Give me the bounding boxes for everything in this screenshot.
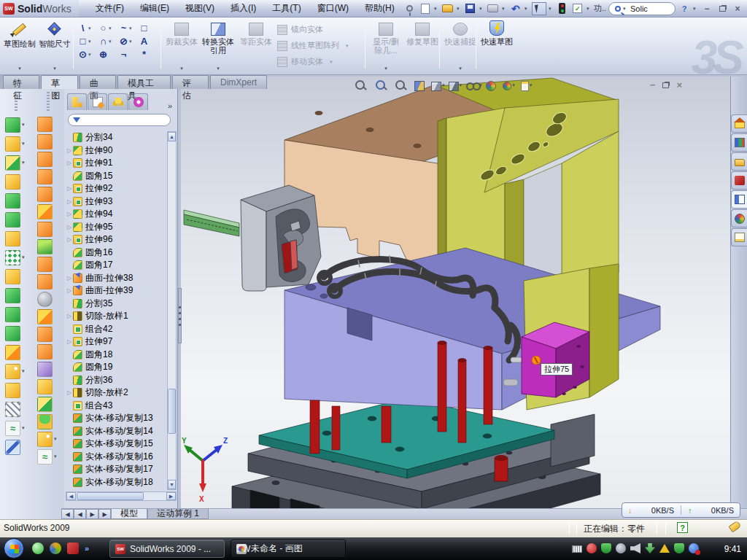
rapid-sketch-button[interactable]: 快速草图 (480, 20, 514, 71)
mold-tool-button[interactable]: ▾ (37, 308, 59, 325)
tray-icon[interactable] (572, 545, 582, 553)
tray-icon[interactable] (630, 543, 640, 553)
expand-arrow[interactable]: ▷ (66, 236, 73, 243)
ribbon-tab[interactable]: 特征 (3, 75, 39, 89)
mold-tool-button[interactable]: ▾ (37, 203, 59, 220)
tree-item[interactable]: ▷ 实体-移动/复制16 (66, 451, 166, 464)
expand-arrow[interactable]: ▷ (66, 275, 73, 281)
tree-item[interactable]: ▷ 拉伸94 (66, 208, 166, 221)
expand-arrow[interactable]: ▷ (66, 338, 73, 345)
scroll-down-button[interactable]: ▼ (168, 480, 176, 489)
design-library-tab[interactable] (731, 152, 747, 171)
move-entities-button[interactable]: 移动实体▾ (277, 55, 349, 68)
model-tab[interactable]: 运动算例 1 (147, 509, 209, 519)
zoom-area-icon[interactable] (374, 79, 387, 92)
tray-icon[interactable] (689, 543, 699, 553)
mold-tool-button[interactable]: ▾ (37, 290, 59, 308)
section-view-icon[interactable] (414, 81, 425, 91)
interference-icon[interactable] (556, 2, 569, 15)
options-icon[interactable]: ✓ (571, 2, 584, 15)
view-palette-tab[interactable] (731, 190, 747, 209)
open-icon[interactable] (441, 2, 454, 15)
minimize-button[interactable]: − (700, 3, 713, 14)
mold-tool-button[interactable]: ▾ (37, 150, 59, 168)
tree-item[interactable]: ▷ 圆角15 (66, 170, 166, 183)
tray-icon[interactable] (601, 543, 611, 553)
mold-tool-button[interactable]: ▾ (37, 448, 59, 465)
feature-tool-button[interactable]: ▾ (5, 324, 27, 343)
tree-item[interactable]: ▷ 实体-移动/复制17 (66, 463, 166, 476)
ribbon-tab[interactable]: DimXpert (210, 75, 267, 89)
convert-entities-button[interactable]: 转换实体引用▾ (200, 20, 236, 71)
sketch-entity-button[interactable]: * ▾ (139, 50, 158, 60)
undo-icon[interactable]: ↶ (509, 2, 522, 15)
doc-minimize-button[interactable]: − (650, 79, 656, 90)
tree-item[interactable]: ▷ 拉伸96 (66, 233, 166, 246)
feature-tool-button[interactable]: ▾ (5, 419, 27, 438)
expand-arrow[interactable]: ▷ (66, 211, 73, 217)
tree-item[interactable]: ▷ 圆角19 (66, 361, 166, 374)
feature-tool-button[interactable]: ▾ (5, 362, 27, 381)
tab-scroll-button[interactable]: ◀ (61, 509, 74, 519)
panel-more-chevron[interactable]: » (168, 101, 175, 110)
tree-item[interactable]: ▷ 拉伸93 (66, 195, 166, 209)
feature-tool-button[interactable]: ▾ (5, 172, 27, 191)
taskbar-window-button[interactable]: SW SolidWorks 2009 - ... (109, 540, 225, 558)
mirror-entities-button[interactable]: 镜向实体 (277, 23, 349, 36)
view-orientation-icon[interactable] (431, 82, 441, 91)
ribbon-tab[interactable]: 模具工具 (117, 75, 171, 89)
menu-item[interactable]: 文件(F) (89, 1, 131, 16)
scroll-up-button[interactable]: ▲ (168, 132, 176, 141)
quick-launch-icon[interactable] (50, 542, 61, 554)
feature-tool-button[interactable]: ▾ (5, 438, 27, 456)
scroll-right-button[interactable]: ▶ (166, 492, 176, 500)
toolbar-overflow[interactable]: 功.. (594, 3, 606, 14)
tree-item[interactable]: ▷ 拉伸92 (66, 182, 166, 195)
tray-icon[interactable] (645, 543, 655, 553)
scene-icon[interactable] (503, 82, 511, 90)
mold-tool-button[interactable]: ▾ (37, 133, 59, 150)
sketch-entity-button[interactable]: ¬ ▾ (118, 50, 137, 60)
menu-item[interactable]: 工具(T) (266, 1, 307, 16)
home-tab[interactable] (731, 114, 747, 133)
menu-item[interactable]: 视图(V) (179, 1, 221, 16)
tree-item[interactable]: ▷ 切除-放样2 (66, 386, 166, 400)
sketch-entity-button[interactable]: ○ ▾ (98, 23, 117, 34)
panel-splitter[interactable] (178, 288, 182, 343)
custom-properties-tab[interactable] (731, 228, 747, 246)
tree-item[interactable]: ▷ 分割35 (66, 298, 166, 311)
feature-tool-button[interactable]: ▾ (5, 400, 27, 419)
offset-entities-button[interactable]: 等距实体 (239, 20, 273, 71)
tree-item[interactable]: ▷ 分割36 (66, 374, 166, 387)
scroll-left-button[interactable]: ◀ (66, 492, 76, 500)
feature-tool-button[interactable]: ▾ (5, 115, 27, 134)
sketch-entity-button[interactable]: ⊘ ▾ (118, 36, 137, 47)
tree-item[interactable]: ▷ 曲面-拉伸39 (66, 284, 166, 298)
ribbon-tab[interactable]: 评估 (172, 75, 209, 89)
feature-tool-button[interactable]: ▾ (5, 229, 27, 248)
model-tab[interactable]: 模型 (111, 509, 147, 519)
feature-tool-button[interactable]: ▾ (5, 267, 27, 286)
search-input[interactable]: ▾ Solic (608, 2, 676, 15)
close-button[interactable]: × (731, 3, 744, 14)
menu-item[interactable]: 窗口(W) (311, 1, 355, 16)
tree-filter-input[interactable] (68, 114, 171, 126)
feature-tool-button[interactable]: ▾ (5, 191, 27, 210)
tab-scroll-button[interactable]: ◀ (74, 509, 86, 519)
quick-launch-icon[interactable] (32, 542, 44, 554)
expand-arrow[interactable]: ▷ (66, 160, 73, 166)
menu-item[interactable]: 编辑(E) (133, 1, 176, 16)
annotations-icon[interactable] (521, 81, 529, 91)
tree-item[interactable]: ▷ 圆角18 (66, 349, 166, 362)
mold-tool-button[interactable]: ▾ (37, 255, 59, 273)
expand-arrow[interactable]: ▷ (66, 287, 73, 294)
pin-icon[interactable] (403, 2, 417, 15)
mold-tool-button[interactable]: ▾ (37, 343, 59, 360)
mold-tool-button[interactable]: ▾ (37, 273, 59, 290)
sketch-entity-button[interactable]: □ ▾ (77, 36, 96, 47)
feature-tool-button[interactable]: ▾ (5, 248, 27, 267)
hide-show-items-icon[interactable] (465, 79, 479, 92)
tree-item[interactable]: ▷ 组合42 (66, 323, 166, 336)
quick-launch-icon[interactable] (67, 542, 79, 554)
quick-snaps-button[interactable]: 快速捕捉▾ (444, 20, 477, 71)
